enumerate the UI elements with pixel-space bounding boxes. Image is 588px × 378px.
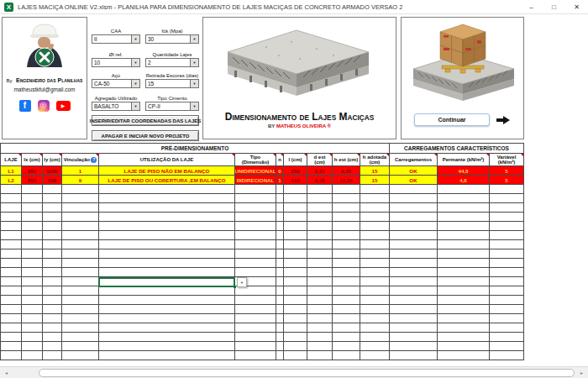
empty-cell[interactable] bbox=[490, 314, 524, 323]
empty-cell[interactable] bbox=[490, 259, 524, 268]
empty-cell[interactable] bbox=[360, 249, 390, 259]
empty-cell[interactable] bbox=[390, 203, 438, 213]
empty-cell[interactable] bbox=[62, 296, 99, 305]
empty-cell[interactable] bbox=[22, 213, 43, 222]
empty-cell[interactable] bbox=[1, 231, 22, 240]
empty-cell[interactable] bbox=[284, 194, 307, 203]
empty-cell[interactable] bbox=[390, 259, 438, 268]
empty-cell[interactable] bbox=[490, 305, 524, 314]
empty-cell[interactable] bbox=[360, 259, 390, 268]
empty-cell[interactable] bbox=[307, 231, 333, 240]
empty-cell[interactable] bbox=[276, 323, 284, 333]
empty-cell[interactable] bbox=[235, 268, 276, 277]
fck-dropdown[interactable]: 30 ▼ bbox=[145, 34, 199, 44]
inserir-editar-coordenadas-button[interactable]: INSERIR/EDITAR COORDENADAS DAS LAJES bbox=[92, 115, 199, 126]
scroll-right-icon[interactable]: ► bbox=[576, 368, 587, 378]
empty-cell[interactable] bbox=[307, 296, 333, 305]
empty-cell[interactable] bbox=[235, 314, 276, 323]
empty-cell[interactable] bbox=[333, 213, 360, 222]
row-l2-l[interactable]: 210 bbox=[284, 176, 307, 185]
col-header-utilizacao[interactable]: UTILIZAÇÃO DA LAJE bbox=[99, 154, 235, 166]
empty-cell[interactable] bbox=[99, 194, 235, 203]
empty-cell[interactable] bbox=[235, 342, 276, 351]
empty-cell[interactable] bbox=[333, 203, 360, 213]
row-l2-permante[interactable]: 4,8 bbox=[438, 176, 490, 185]
empty-cell[interactable] bbox=[43, 194, 62, 203]
row-l1-n[interactable]: 0 bbox=[276, 166, 284, 176]
empty-cell[interactable] bbox=[390, 286, 438, 296]
empty-cell[interactable] bbox=[22, 286, 43, 296]
empty-cell[interactable] bbox=[235, 305, 276, 314]
empty-cell[interactable] bbox=[333, 222, 360, 231]
empty-cell[interactable] bbox=[390, 314, 438, 323]
row-l1-variavel[interactable]: 5 bbox=[490, 166, 524, 176]
chevron-down-icon[interactable]: ▼ bbox=[190, 80, 198, 87]
chevron-down-icon[interactable]: ▼ bbox=[131, 59, 139, 66]
empty-cell[interactable] bbox=[43, 185, 62, 194]
empty-cell[interactable] bbox=[235, 222, 276, 231]
empty-cell[interactable] bbox=[390, 277, 438, 286]
empty-cell[interactable] bbox=[43, 351, 62, 360]
empty-cell[interactable] bbox=[360, 203, 390, 213]
empty-cell[interactable] bbox=[1, 277, 22, 286]
empty-cell[interactable] bbox=[235, 231, 276, 240]
empty-cell[interactable] bbox=[390, 213, 438, 222]
empty-cell[interactable] bbox=[235, 185, 276, 194]
empty-cell[interactable] bbox=[307, 286, 333, 296]
empty-cell[interactable] bbox=[438, 203, 490, 213]
empty-cell[interactable] bbox=[43, 314, 62, 323]
fi-ref-dropdown[interactable]: 10 ▼ bbox=[92, 58, 140, 67]
empty-cell[interactable] bbox=[333, 249, 360, 259]
row-l2-n[interactable]: 1 bbox=[276, 176, 284, 185]
empty-cell[interactable] bbox=[43, 240, 62, 249]
empty-cell[interactable] bbox=[235, 296, 276, 305]
empty-cell[interactable] bbox=[490, 351, 524, 360]
empty-cell[interactable] bbox=[62, 351, 99, 360]
col-header-ly[interactable]: ly (cm) bbox=[43, 154, 62, 166]
empty-cell[interactable] bbox=[43, 333, 62, 342]
empty-cell[interactable] bbox=[360, 314, 390, 323]
empty-cell[interactable] bbox=[276, 203, 284, 213]
tipo-cimento-dropdown[interactable]: CP-II ▼ bbox=[145, 102, 199, 111]
empty-cell[interactable] bbox=[22, 323, 43, 333]
empty-cell[interactable] bbox=[284, 305, 307, 314]
empty-cell[interactable] bbox=[62, 277, 99, 286]
empty-cell[interactable] bbox=[1, 351, 22, 360]
empty-cell[interactable] bbox=[333, 351, 360, 360]
empty-cell[interactable] bbox=[390, 305, 438, 314]
youtube-icon[interactable]: ▶ bbox=[56, 101, 71, 111]
empty-cell[interactable] bbox=[490, 296, 524, 305]
empty-cell[interactable] bbox=[22, 314, 43, 323]
empty-cell[interactable] bbox=[438, 249, 490, 259]
empty-cell[interactable] bbox=[438, 277, 490, 286]
empty-cell[interactable] bbox=[276, 222, 284, 231]
empty-cell[interactable] bbox=[333, 286, 360, 296]
empty-cell[interactable] bbox=[43, 305, 62, 314]
empty-cell[interactable] bbox=[333, 231, 360, 240]
quantidade-lajes-dropdown[interactable]: 2 ▼ bbox=[145, 58, 199, 67]
empty-cell[interactable] bbox=[43, 296, 62, 305]
col-header-tipo[interactable]: Tipo (Dimensão) bbox=[235, 154, 276, 166]
empty-cell[interactable] bbox=[22, 194, 43, 203]
row-l2-h-est[interactable]: 12,26 bbox=[333, 176, 360, 185]
empty-cell[interactable] bbox=[62, 240, 99, 249]
empty-cell[interactable] bbox=[360, 185, 390, 194]
empty-cell[interactable] bbox=[99, 305, 235, 314]
empty-cell[interactable] bbox=[307, 194, 333, 203]
empty-cell[interactable] bbox=[360, 351, 390, 360]
empty-cell[interactable] bbox=[62, 203, 99, 213]
empty-cell[interactable] bbox=[62, 194, 99, 203]
agregado-dropdown[interactable]: BASALTO ▼ bbox=[92, 102, 140, 111]
empty-cell[interactable] bbox=[284, 185, 307, 194]
col-header-vinculacao[interactable]: Vinculação? bbox=[62, 154, 99, 166]
empty-cell[interactable] bbox=[438, 222, 490, 231]
empty-cell[interactable] bbox=[284, 351, 307, 360]
empty-cell[interactable] bbox=[99, 185, 235, 194]
facebook-icon[interactable]: f bbox=[19, 100, 31, 112]
empty-cell[interactable] bbox=[307, 213, 333, 222]
empty-cell[interactable] bbox=[360, 240, 390, 249]
empty-cell[interactable] bbox=[360, 286, 390, 296]
empty-cell[interactable] bbox=[62, 342, 99, 351]
continuar-button[interactable]: Continuar bbox=[414, 113, 490, 126]
row-l1-utilizacao[interactable]: LAJE DE PISO NÃO EM BALANÇO bbox=[99, 166, 235, 176]
